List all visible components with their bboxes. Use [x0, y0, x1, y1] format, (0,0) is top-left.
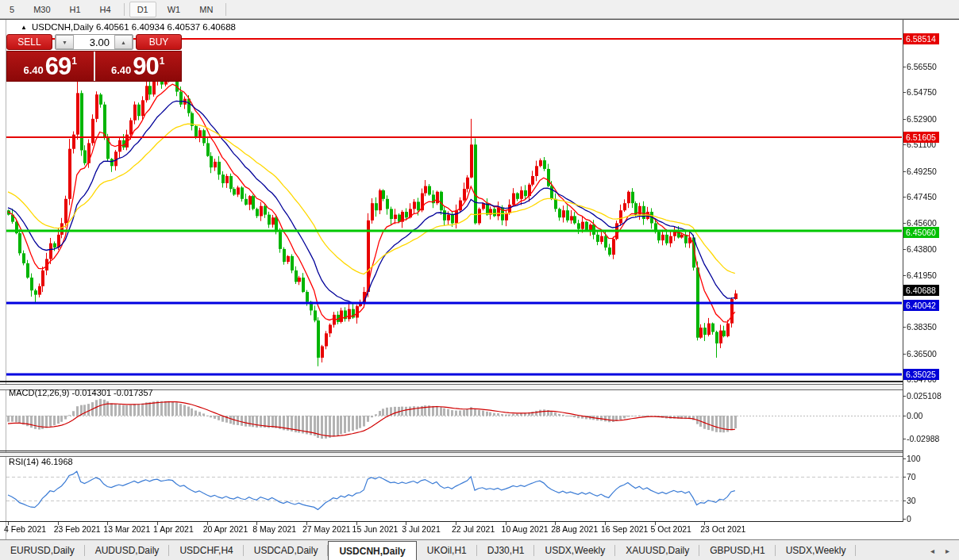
chart-ohlc-header: ▲USDCNH,Daily 6.40561 6.40934 6.40537 6.…: [21, 22, 236, 32]
main-panel-bottom-border: [0, 381, 959, 382]
chart-tab-xauusd-8[interactable]: XAUUSD,Daily: [615, 540, 699, 560]
timeframe-toolbar: 5M30H1H4D1W1MN: [0, 0, 959, 19]
date-label: 23 Feb 2021: [54, 524, 101, 534]
chart-tab-eurusd-0[interactable]: EURUSD,Daily: [0, 540, 85, 560]
price-badge: 6.58514: [903, 33, 939, 44]
price-tick: 6.36500: [907, 349, 937, 359]
rsi-axis-tick: 100: [907, 454, 921, 463]
price-tick: 6.38350: [907, 322, 937, 332]
date-label: 1 Apr 2021: [153, 524, 194, 534]
price-tick: 6.49250: [907, 167, 937, 176]
macd-panel-bottom-border: [0, 451, 959, 451]
chart-tab-usdcnh-4[interactable]: USDCNH,Daily: [328, 541, 416, 560]
timeframe-button-h1[interactable]: H1: [62, 2, 89, 17]
buy-button[interactable]: BUY: [136, 34, 182, 50]
volume-down-button[interactable]: ▼: [56, 35, 74, 49]
toolbar-separator: [124, 3, 125, 16]
timeframe-button-w1[interactable]: W1: [160, 2, 189, 17]
date-label: 3 Jul 2021: [402, 524, 440, 534]
chart-tab-bar: EURUSD,DailyAUDUSD,DailyUSDCHF,H4USDCAD,…: [0, 539, 959, 560]
chart-tab-usdx-10[interactable]: USDX,Weekly: [776, 540, 857, 560]
timeframe-button-h4[interactable]: H4: [92, 2, 119, 17]
rsi-axis-tick: 70: [907, 472, 916, 481]
rsi-panel-splitter[interactable]: [0, 452, 959, 457]
timeframe-button-mn[interactable]: MN: [191, 2, 221, 17]
price-tick: 6.43800: [907, 244, 937, 254]
toolbar-separator: [225, 3, 226, 16]
rsi-axis-tick: 0: [907, 514, 911, 524]
chart-tab-ukoil-5[interactable]: UKOil,H1: [417, 540, 477, 560]
date-label: 10 Aug 2021: [502, 524, 549, 534]
timeframe-button-m30[interactable]: M30: [25, 2, 58, 17]
date-label: 13 Mar 2021: [103, 524, 150, 534]
price-axis[interactable]: 6.565506.547506.529006.511006.492506.474…: [903, 20, 959, 522]
date-label: 20 Apr 2021: [203, 524, 248, 534]
date-label: 23 Oct 2021: [700, 524, 745, 534]
chart-area: 6.565506.547506.529006.511006.492506.474…: [0, 19, 959, 539]
macd-axis-tick: 0.00: [907, 411, 922, 420]
chart-tab-usdx-7[interactable]: USDX,Weekly: [534, 540, 615, 560]
rsi-axis-tick: 30: [907, 496, 916, 505]
tab-scroll-nav: ◂ ▸: [930, 540, 959, 560]
price-badge: 6.40042: [903, 300, 939, 311]
timeframe-button-d1[interactable]: D1: [129, 2, 156, 17]
price-badge: 6.51605: [903, 132, 939, 143]
buy-price-big: 90: [133, 52, 158, 81]
ohlc-text: USDCNH,Daily 6.40561 6.40934 6.40537 6.4…: [32, 22, 236, 32]
price-tick: 6.56550: [907, 62, 937, 71]
date-label: 8 May 2021: [252, 524, 296, 534]
price-badge: 6.45060: [903, 227, 939, 238]
tab-scroll-right-icon[interactable]: ▸: [946, 547, 949, 555]
price-tick: 6.41950: [907, 270, 937, 280]
chart-tab-usdchf-2[interactable]: USDCHF,H4: [169, 540, 243, 560]
chart-tab-usdcad-3[interactable]: USDCAD,Daily: [244, 540, 329, 560]
price-chart-canvas[interactable]: [0, 20, 959, 539]
tab-scroll-left-icon[interactable]: ◂: [930, 547, 934, 555]
date-label: 27 May 2021: [302, 524, 351, 534]
date-label: 5 Oct 2021: [651, 524, 691, 534]
date-label: 15 Jun 2021: [352, 524, 399, 534]
mt4-window: 5M30H1H4D1W1MN 6.565506.547506.529006.51…: [0, 0, 959, 560]
chart-tab-audusd-1[interactable]: AUDUSD,Daily: [85, 540, 170, 560]
sell-button[interactable]: SELL: [6, 34, 52, 50]
macd-axis-tick: -0.02988: [907, 434, 939, 443]
date-label: 28 Aug 2021: [551, 524, 598, 534]
macd-axis-tick: 0.025108: [907, 391, 942, 401]
one-click-trade-panel: SELL ▼ 3.00 ▲ BUY 6.40 69 1 6.40 90: [6, 34, 182, 82]
sell-price-small: 6.40: [24, 64, 44, 76]
price-tick: 6.47450: [907, 192, 937, 201]
volume-field[interactable]: 3.00: [74, 35, 114, 49]
chart-tab-dj30-6[interactable]: DJ30,H1: [477, 540, 535, 560]
rsi-label: RSI(14) 46.1968: [9, 457, 73, 466]
date-label: 22 Jul 2021: [452, 524, 495, 534]
date-label: 16 Sep 2021: [601, 524, 649, 534]
sell-price[interactable]: 6.40 69 1: [7, 52, 94, 81]
chart-left-frame: [6, 20, 6, 539]
buy-price-pip: 1: [160, 56, 165, 67]
buy-price[interactable]: 6.40 90 1: [95, 52, 182, 81]
price-tick: 6.52900: [907, 114, 937, 124]
buy-price-small: 6.40: [111, 64, 131, 76]
date-label: 4 Feb 2021: [4, 524, 46, 534]
collapse-icon[interactable]: ▲: [21, 24, 27, 31]
price-badge: 6.35025: [903, 369, 939, 380]
macd-label: MACD(12,26,9) -0.014301 -0.017357: [9, 388, 153, 397]
sell-price-big: 69: [45, 52, 71, 81]
chart-tab-gbpusd-9[interactable]: GBPUSD,H1: [699, 540, 775, 560]
price-tick: 6.54750: [907, 87, 937, 97]
price-badge: 6.40688: [903, 285, 939, 296]
sell-price-pip: 1: [71, 56, 77, 67]
rsi-panel-bottom-border: [0, 521, 959, 522]
volume-stepper: ▼ 3.00 ▲: [55, 34, 133, 50]
timeframe-button-5[interactable]: 5: [2, 2, 22, 17]
volume-up-button[interactable]: ▲: [114, 35, 133, 49]
